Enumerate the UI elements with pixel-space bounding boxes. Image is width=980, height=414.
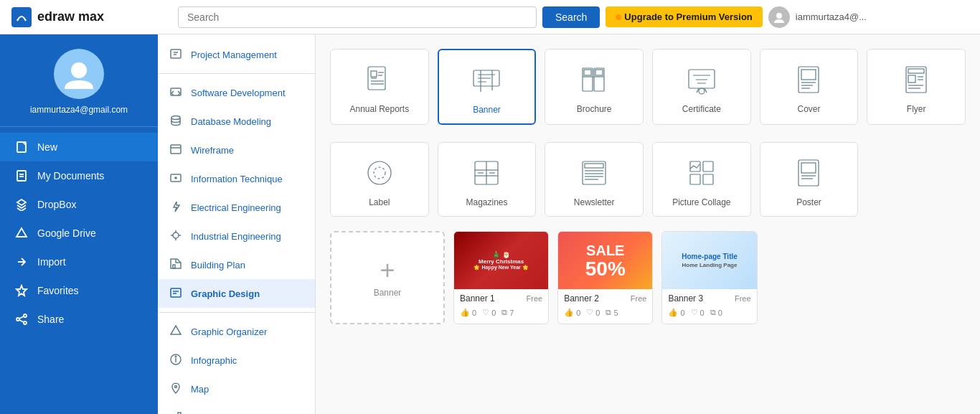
template-card-label[interactable]: Label	[330, 142, 429, 217]
new-icon	[14, 140, 29, 154]
main-layout: iammurtaza4@gmail.com New My Documents D…	[0, 34, 980, 414]
sidebar-item-google-drive[interactable]: Google Drive	[0, 219, 158, 248]
search-wrap: Search Upgrade to Premium Version iammur…	[178, 6, 969, 28]
upgrade-label: Upgrade to Premium Version	[624, 11, 752, 22]
svg-rect-17	[171, 145, 181, 154]
svg-rect-21	[173, 265, 175, 268]
template-card-certificate[interactable]: Certificate	[652, 49, 751, 125]
ee-icon	[169, 200, 184, 215]
banner-2-likes: 👍 0	[564, 308, 580, 317]
doc-icon	[14, 169, 29, 183]
user-name: iammurtaza4@...	[796, 11, 867, 22]
banner-3-copies: ⧉ 0	[710, 308, 722, 317]
svg-point-1	[71, 62, 87, 78]
banner-item-3[interactable]: Home-page Title Home Landing Page Banner…	[661, 231, 757, 324]
flyer-label: Flyer	[907, 104, 926, 114]
banner-2-hearts: ♡ 0	[586, 308, 600, 317]
map-icon	[169, 382, 184, 396]
sidebar-item-share[interactable]: Share	[0, 305, 158, 334]
annual-reports-label: Annual Reports	[349, 104, 409, 114]
user-menu[interactable]: iammurtaza4@...	[768, 6, 867, 28]
poster-label: Poster	[796, 197, 821, 207]
plus-icon: +	[380, 258, 395, 283]
banner-1-copies: ⧉ 7	[501, 308, 514, 317]
svg-marker-25	[171, 326, 181, 334]
sidebar-item-my-documents[interactable]: My Documents	[0, 161, 158, 190]
svg-point-20	[173, 232, 179, 238]
secondary-item-graphic-organizer[interactable]: Graphic Organizer	[158, 317, 315, 346]
secondary-item-graphs-and-charts[interactable]: Graphs and Charts	[158, 403, 315, 414]
svg-rect-12	[171, 50, 181, 58]
svg-rect-76	[703, 161, 713, 171]
template-card-cover[interactable]: Cover	[760, 49, 859, 125]
pm-icon	[169, 47, 184, 62]
secondary-item-map[interactable]: Map	[158, 375, 315, 403]
go-icon	[169, 324, 184, 339]
sidebar-item-import[interactable]: Import	[0, 248, 158, 276]
template-card-newsletter[interactable]: Newsletter	[545, 142, 644, 217]
sidebar-profile: iammurtaza4@gmail.com	[0, 34, 158, 127]
sidebar: iammurtaza4@gmail.com New My Documents D…	[0, 34, 158, 414]
secondary-item-software-development[interactable]: Software Development	[158, 78, 315, 107]
sidebar-nav: New My Documents DropBox Google Drive	[0, 127, 158, 339]
sw-icon	[169, 85, 184, 100]
upgrade-button[interactable]: Upgrade to Premium Version	[606, 6, 762, 27]
template-type-grid-2: Label Magazines	[330, 142, 966, 217]
banner-2-badge: Free	[631, 294, 647, 303]
secondary-item-building-plan[interactable]: Building Plan	[158, 250, 315, 279]
secondary-item-electrical-engineering[interactable]: Electrical Engineering	[158, 193, 315, 222]
search-input[interactable]	[178, 6, 537, 28]
banner-1-likes: 👍 0	[460, 308, 476, 317]
chart-icon	[169, 410, 184, 414]
new-banner-card[interactable]: + Banner	[330, 231, 445, 324]
brochure-label: Brochure	[577, 104, 612, 114]
secondary-item-project-management[interactable]: Project Management	[158, 40, 315, 69]
svg-rect-77	[690, 174, 700, 184]
banner-item-1[interactable]: 🎄 🎅 Merry Christmas 🌟 Happy New Year 🌟 B…	[453, 231, 549, 324]
template-card-magazines[interactable]: Magazines	[438, 142, 537, 217]
brochure-icon	[575, 61, 613, 98]
banner-icon	[468, 62, 505, 99]
secondary-item-graphic-design[interactable]: Graphic Design	[158, 279, 315, 308]
svg-rect-50	[801, 70, 816, 80]
svg-point-8	[17, 318, 19, 321]
sidebar-item-favorites[interactable]: Favorites	[0, 276, 158, 305]
secondary-item-information-technique[interactable]: Information Technique	[158, 164, 315, 193]
template-card-poster[interactable]: Poster	[760, 142, 859, 217]
banner-3-title: Banner 3	[668, 293, 703, 304]
new-banner-label: Banner	[374, 288, 402, 298]
svg-rect-47	[689, 70, 715, 88]
drive-icon	[14, 226, 29, 240]
svg-rect-78	[703, 174, 713, 184]
content-area: Annual Reports Banner	[316, 34, 980, 414]
secondary-item-wireframe[interactable]: Wireframe	[158, 136, 315, 164]
sidebar-item-new[interactable]: New	[0, 133, 158, 161]
bp-icon	[169, 258, 184, 272]
svg-point-62	[374, 167, 385, 179]
template-card-banner[interactable]: Banner	[438, 49, 537, 125]
banner-3-likes: 👍 0	[668, 308, 684, 317]
svg-point-29	[175, 386, 177, 388]
template-card-brochure[interactable]: Brochure	[545, 49, 644, 125]
topbar: edraw max Search Upgrade to Premium Vers…	[0, 0, 980, 34]
annual-reports-icon	[361, 61, 398, 98]
search-button[interactable]: Search	[542, 6, 600, 28]
wire-icon	[169, 143, 184, 157]
secondary-item-infographic[interactable]: Infographic	[158, 346, 315, 375]
logo-text: edraw max	[37, 9, 104, 24]
template-card-annual-reports[interactable]: Annual Reports	[330, 49, 429, 125]
poster-icon	[790, 154, 827, 192]
it-icon	[169, 171, 184, 186]
template-card-flyer[interactable]: Flyer	[867, 49, 966, 125]
svg-rect-55	[908, 69, 924, 73]
banner-item-2[interactable]: SALE 50% Banner 2 Free 👍 0 ♡ 0 ⧉ 5	[557, 231, 653, 324]
template-card-picture-collage[interactable]: Picture Collage	[652, 142, 751, 217]
sidebar-item-dropbox[interactable]: DropBox	[0, 190, 158, 219]
banner-1-badge: Free	[527, 294, 543, 303]
secondary-item-database-modeling[interactable]: Database Modeling	[158, 107, 315, 136]
svg-rect-69	[583, 161, 606, 184]
logo: edraw max	[11, 7, 169, 27]
newsletter-icon	[575, 154, 613, 192]
logo-icon	[11, 7, 32, 27]
secondary-item-industrial-engineering[interactable]: Industrial Engineering	[158, 222, 315, 250]
